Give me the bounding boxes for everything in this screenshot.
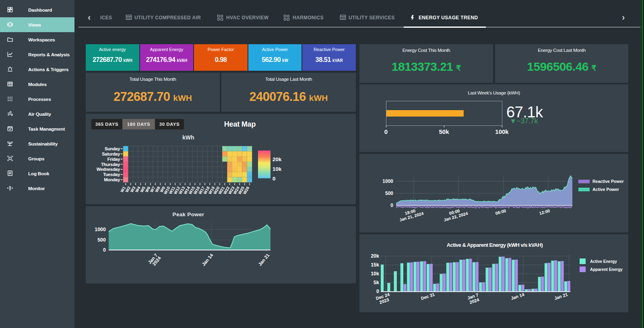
svg-text:Active Power: Active Power — [592, 187, 619, 192]
svg-text:Friday: Friday — [107, 157, 120, 162]
svg-text:Apparent Energy: Apparent Energy — [590, 267, 623, 272]
svg-text:Thursday: Thursday — [101, 162, 120, 167]
svg-text:0: 0 — [390, 203, 393, 208]
svg-text:5k: 5k — [374, 280, 379, 285]
svg-text:Jan 21: Jan 21 — [554, 292, 568, 301]
svg-text:100k: 100k — [495, 128, 509, 135]
svg-text:15k: 15k — [371, 262, 379, 268]
svg-text:Tuesday: Tuesday — [103, 172, 120, 177]
svg-text:20k: 20k — [272, 156, 282, 162]
svg-text:0: 0 — [384, 128, 388, 135]
svg-text:Jan 14: Jan 14 — [510, 292, 525, 301]
svg-text:Monday: Monday — [104, 177, 120, 182]
svg-text:0: 0 — [103, 247, 106, 253]
svg-text:Reactive Power: Reactive Power — [592, 179, 624, 184]
svg-text:Jan 21: Jan 21 — [257, 252, 270, 267]
svg-text:20k: 20k — [371, 253, 379, 259]
svg-text:500: 500 — [97, 237, 106, 243]
svg-text:Jan 14: Jan 14 — [201, 252, 214, 267]
svg-text:10k: 10k — [272, 166, 282, 172]
svg-text:Saturday: Saturday — [102, 152, 120, 156]
svg-text:1000: 1000 — [382, 178, 393, 184]
svg-text:Active Energy: Active Energy — [590, 259, 617, 264]
svg-text:Dec 31: Dec 31 — [420, 292, 435, 301]
svg-text:0: 0 — [272, 176, 276, 182]
svg-text:500: 500 — [385, 191, 393, 196]
svg-text:0: 0 — [376, 289, 379, 294]
svg-text:50k: 50k — [439, 128, 449, 135]
svg-text:Sunday: Sunday — [105, 146, 120, 151]
svg-text:12:00: 12:00 — [539, 208, 550, 216]
svg-text:Wednesday: Wednesday — [97, 167, 120, 172]
svg-text:10k: 10k — [371, 271, 379, 277]
svg-text:1000: 1000 — [95, 227, 106, 232]
svg-text:06:00: 06:00 — [495, 208, 506, 216]
